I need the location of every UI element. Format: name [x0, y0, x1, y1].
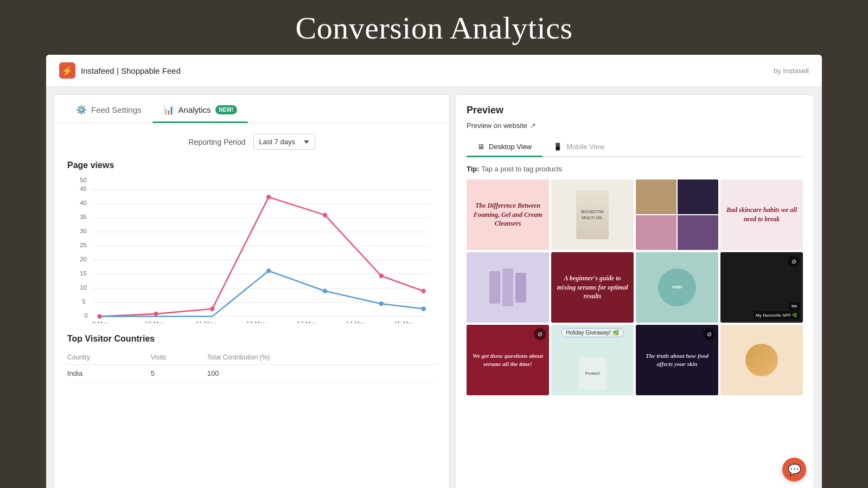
grid-cell-9[interactable]: We get these questions about serums all …	[467, 325, 549, 395]
chat-icon: 💬	[788, 463, 801, 476]
dot-pink-6	[379, 274, 384, 278]
col-header-contribution: Total Contribution (%)	[207, 350, 436, 365]
tab-analytics[interactable]: 📊 Analytics NEW!	[152, 95, 248, 123]
table-cell-country: India	[67, 365, 151, 382]
chart-title: Page views	[67, 160, 436, 170]
tip-row: Tip: Tap a post to tag products	[467, 165, 803, 173]
app-header-title: Instafeed | Shoppable Feed	[81, 66, 181, 75]
grid-cell-6[interactable]: A beginner's guide to mixing serums for …	[551, 252, 634, 323]
dot-pink-2	[154, 312, 158, 316]
table-row: India 5 100	[67, 365, 436, 382]
x-label-14may: 14 May	[346, 320, 366, 323]
preview-website-label: Preview on website	[467, 121, 527, 130]
dot-blue-5	[323, 289, 327, 293]
grid-cell-8[interactable]: Me My favourite SPF 🌿 ⊘	[720, 252, 803, 323]
app-header-left: ⚡ Instafeed | Shoppable Feed	[59, 62, 181, 79]
tab-feed-settings[interactable]: ⚙️ Feed Settings	[65, 95, 152, 123]
grid-cell-7[interactable]: FABI	[636, 252, 718, 323]
page-title-bar: Conversion Analytics	[0, 0, 868, 55]
page-title: Conversion Analytics	[0, 10, 868, 46]
grid-cell-11[interactable]: The truth about how food affects your sk…	[636, 325, 718, 395]
grid-cell-3[interactable]	[636, 179, 718, 250]
grid-cell-2[interactable]: BOVECTINMULTI OIL	[551, 179, 634, 250]
x-label-9may: 9 May	[92, 320, 109, 323]
mini-cell-4	[678, 215, 718, 250]
y-label-0: 0	[85, 312, 88, 319]
x-label-13may: 13 May	[297, 320, 317, 323]
hidden-icon-8: ⊘	[788, 255, 800, 267]
app-header: ⚡ Instafeed | Shoppable Feed by Instasel…	[46, 55, 822, 87]
y-label-5: 5	[82, 298, 85, 305]
pink-line	[100, 197, 424, 316]
y-label-20: 20	[80, 256, 87, 262]
mini-cell-3	[636, 215, 676, 250]
x-label-12may: 12 May	[246, 320, 267, 323]
grid-cell-4[interactable]: Bad skincare habits we all need to break	[720, 179, 803, 250]
app-logo-icon: ⚡	[59, 62, 75, 79]
table-title: Top Visitor Countries	[67, 334, 436, 344]
tab-mobile-view[interactable]: 📱 Mobile View	[542, 137, 615, 156]
col-header-visits: Visits	[151, 350, 207, 365]
tabs-bar: ⚙️ Feed Settings 📊 Analytics NEW!	[54, 95, 449, 123]
reporting-period-row: Reporting Period Last 7 days Last 30 day…	[67, 134, 436, 150]
x-label-15may: 15 May	[394, 320, 415, 323]
tab-desktop-view[interactable]: 🖥 Desktop View	[467, 137, 542, 156]
monitor-icon: 🖥	[477, 143, 484, 151]
grid-cell-5[interactable]	[467, 252, 549, 323]
left-panel: ⚙️ Feed Settings 📊 Analytics NEW! Report…	[54, 94, 450, 488]
blue-line	[100, 271, 424, 316]
chat-button[interactable]: 💬	[782, 458, 806, 481]
right-panel: Preview Preview on website ↗ 🖥 Desktop V…	[455, 94, 814, 488]
chart-wrapper: 0 5 10 15 20 25 30 35 40 45 50	[67, 177, 436, 323]
tab-mobile-label: Mobile View	[566, 143, 604, 151]
y-label-10: 10	[80, 284, 87, 291]
y-label-30: 30	[80, 228, 87, 234]
view-tabs: 🖥 Desktop View 📱 Mobile View	[467, 137, 803, 157]
analytics-content: Reporting Period Last 7 days Last 30 day…	[54, 123, 449, 393]
chart-section: Page views 0 5 10 15 20 25 30 35 40	[67, 160, 436, 323]
tip-detail: Tap a post to tag products	[481, 165, 563, 173]
dot-blue-6	[379, 301, 384, 306]
grid-cell-10[interactable]: Holiday Giveaway! 🌿 Product	[551, 325, 634, 395]
preview-website-link[interactable]: Preview on website ↗	[467, 121, 803, 130]
dot-pink-5	[323, 213, 327, 217]
table-section: Top Visitor Countries Country Visits Tot…	[67, 334, 436, 382]
new-badge: NEW!	[215, 105, 238, 114]
col-header-country: Country	[67, 350, 151, 365]
hidden-icon-11: ⊘	[703, 328, 715, 340]
chart-svg: 0 5 10 15 20 25 30 35 40 45 50	[67, 177, 436, 323]
dot-blue-4	[266, 268, 271, 273]
external-link-icon: ↗	[530, 121, 536, 130]
x-label-10may: 10 May	[145, 320, 165, 323]
y-label-45: 45	[80, 185, 87, 192]
holiday-badge: Holiday Giveaway! 🌿	[561, 328, 624, 337]
tip-label: Tip:	[467, 165, 480, 173]
grid-cell-12[interactable]	[720, 325, 803, 395]
table-cell-visits: 5	[151, 365, 207, 382]
bar-chart-icon: 📊	[163, 105, 174, 115]
gear-icon: ⚙️	[76, 105, 87, 115]
table-cell-contribution: 100	[207, 365, 436, 382]
image-grid: The Difference Between Foaming, Gel and …	[467, 179, 803, 395]
dot-pink-4	[266, 195, 271, 199]
tab-desktop-label: Desktop View	[489, 143, 532, 151]
grid-cell-1[interactable]: The Difference Between Foaming, Gel and …	[467, 179, 549, 250]
y-label-50: 50	[80, 177, 87, 183]
data-table: Country Visits Total Contribution (%) In…	[67, 350, 436, 382]
mini-grid	[636, 179, 718, 250]
mini-cell-2	[678, 179, 718, 214]
tab-feed-settings-label: Feed Settings	[91, 105, 142, 114]
phone-icon: 📱	[553, 143, 562, 151]
main-layout: ⚙️ Feed Settings 📊 Analytics NEW! Report…	[46, 87, 822, 488]
mini-cell-1	[636, 179, 676, 214]
y-label-25: 25	[80, 242, 87, 248]
tab-analytics-label: Analytics	[178, 105, 211, 114]
period-select[interactable]: Last 7 days Last 30 days Last 90 days	[253, 134, 315, 150]
y-label-15: 15	[80, 270, 87, 277]
y-label-35: 35	[80, 214, 87, 220]
preview-title: Preview	[467, 105, 803, 116]
dot-pink-3	[210, 306, 214, 311]
app-container: ⚡ Instafeed | Shoppable Feed by Instasel…	[46, 55, 822, 488]
dot-pink-7	[422, 289, 426, 293]
hidden-icon-9: ⊘	[534, 328, 546, 340]
